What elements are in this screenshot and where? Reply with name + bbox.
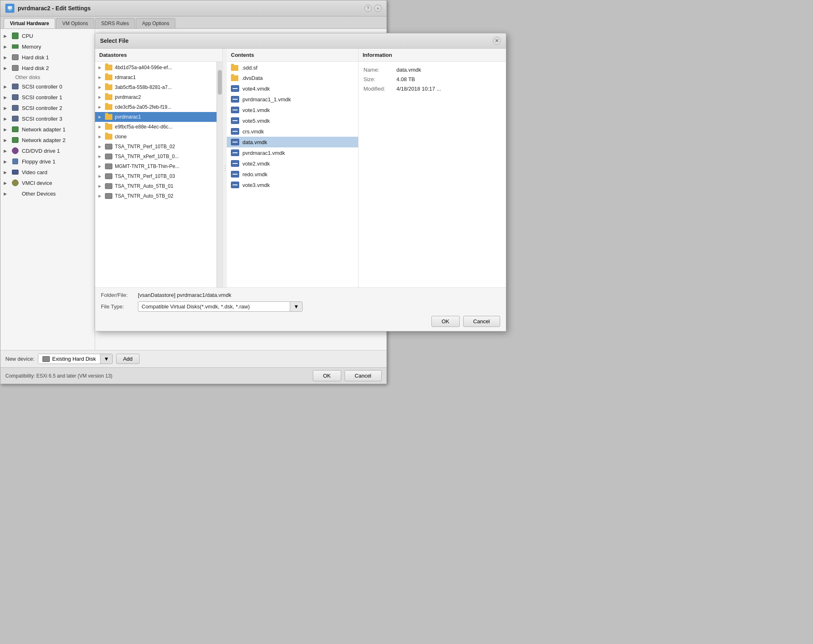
- ds-item-1[interactable]: ▶ 4bd1d75a-a404-596e-ef...: [95, 63, 217, 72]
- expand-arrow-net2: ▶: [4, 138, 9, 142]
- sidebar-item-video[interactable]: ▶ Video card: [0, 167, 95, 177]
- filetype-dropdown[interactable]: ▼: [290, 302, 302, 311]
- ds-item-8[interactable]: ▶ clone: [95, 132, 217, 142]
- help-button[interactable]: ?: [364, 5, 372, 12]
- ds-arrow-9: ▶: [98, 145, 102, 149]
- content-item-vote3[interactable]: vote3.vmdk: [227, 180, 358, 190]
- content-item-vote2[interactable]: vote2.vmdk: [227, 158, 358, 169]
- add-button[interactable]: Add: [116, 354, 140, 364]
- ds-label-7: e9fbcf5a-e88e-44ec-d6c...: [115, 124, 172, 130]
- contents-list[interactable]: .sdd.sf .dvsData vote4.vmdk pvrdmarac1_1…: [227, 62, 358, 287]
- ds-label-2: rdmarac1: [115, 75, 136, 80]
- content-item-vote1[interactable]: vote1.vmdk: [227, 105, 358, 115]
- folder-icon-2: [105, 75, 112, 80]
- info-size-label: Size:: [363, 76, 396, 82]
- vmdk-icon-10: [231, 182, 239, 188]
- dialog-close-button[interactable]: ✕: [493, 37, 501, 45]
- datastores-scrollbar[interactable]: [217, 62, 222, 287]
- ds-item-3[interactable]: ▶ 3ab5cf5a-558b-8281-a7...: [95, 82, 217, 92]
- content-label-5: vote1.vmdk: [242, 107, 270, 113]
- dialog-cancel-button[interactable]: Cancel: [463, 316, 500, 327]
- expand-arrow-video: ▶: [4, 170, 9, 175]
- content-item-pvrd[interactable]: pvrdmarac1.vmdk: [227, 147, 358, 158]
- ds-item-5[interactable]: ▶ cde3cf5a-2a05-2feb-f19...: [95, 102, 217, 112]
- sidebar-item-label-cpu: CPU: [22, 33, 33, 39]
- content-item-vote4[interactable]: vote4.vmdk: [227, 83, 358, 94]
- sidebar-item-hard-disk-2[interactable]: ▶ Hard disk 2: [0, 63, 95, 73]
- ds-item-12[interactable]: ▶ TSA_TNTR_Perf_10TB_03: [95, 171, 217, 181]
- ds-arrow-14: ▶: [98, 194, 102, 198]
- main-ok-button[interactable]: OK: [313, 370, 341, 381]
- sidebar-item-scsi-0[interactable]: ▶ SCSI controller 0: [0, 81, 95, 92]
- info-table: Name: data.vmdk Size: 4.08 TB Modified: …: [359, 62, 506, 100]
- vmdk-icon-2: [231, 96, 239, 103]
- sidebar-item-cdrom[interactable]: ▶ CD/DVD drive 1: [0, 145, 95, 156]
- sidebar-item-scsi-3[interactable]: ▶ SCSI controller 3: [0, 113, 95, 124]
- sidebar-item-floppy[interactable]: ▶ Floppy drive 1: [0, 156, 95, 167]
- ds-item-14[interactable]: ▶ TSA_TNTR_Auto_5TB_02: [95, 191, 217, 201]
- ds-item-4[interactable]: ▶ pvrdmarac2: [95, 92, 217, 102]
- expand-arrow-hd2: ▶: [4, 66, 9, 70]
- expand-arrow-scsi0: ▶: [4, 84, 9, 89]
- content-label-7: crs.vmdk: [242, 128, 264, 135]
- ds-label-9: TSA_TNTR_Perf_10TB_02: [115, 144, 175, 149]
- svg-rect-2: [9, 9, 11, 10]
- filetype-select[interactable]: Compatible Virtual Disks(*.vmdk, *.dsk, …: [138, 301, 303, 312]
- sidebar-item-net-1[interactable]: ▶ Network adapter 1: [0, 124, 95, 135]
- sidebar-item-hard-disk-1[interactable]: ▶ Hard disk 1: [0, 52, 95, 63]
- content-item-vote5[interactable]: vote5.vmdk: [227, 115, 358, 126]
- sidebar-item-label-memory: Memory: [22, 44, 41, 50]
- datastores-list[interactable]: ▶ 4bd1d75a-a404-596e-ef... ▶ rdmarac1 ▶: [95, 62, 217, 287]
- sidebar-item-net-2[interactable]: ▶ Network adapter 2: [0, 135, 95, 145]
- contents-column: Contents .sdd.sf .dvsData vote4.vmdk: [227, 49, 359, 287]
- content-label-6: vote5.vmdk: [242, 118, 270, 124]
- ds-label-5: cde3cf5a-2a05-2feb-f19...: [115, 104, 171, 110]
- sidebar-item-vmci[interactable]: ▶ VMCI device: [0, 177, 95, 188]
- maximize-button[interactable]: »: [374, 5, 382, 12]
- content-item-pvrd1[interactable]: pvrdmarac1_1.vmdk: [227, 94, 358, 105]
- ds-label-1: 4bd1d75a-a404-596e-ef...: [115, 65, 172, 70]
- sidebar-item-other-devices[interactable]: ▶ Other Devices: [0, 188, 95, 199]
- ds-item-6[interactable]: ▶ pvrdmarac1: [95, 112, 217, 122]
- column-divider[interactable]: ⋮: [223, 49, 227, 287]
- ds-item-2[interactable]: ▶ rdmarac1: [95, 72, 217, 82]
- compat-text: Compatibility: ESXi 6.5 and later (VM ve…: [5, 373, 112, 379]
- ds-item-9[interactable]: ▶ TSA_TNTR_Perf_10TB_02: [95, 142, 217, 152]
- content-item-crs[interactable]: crs.vmdk: [227, 126, 358, 137]
- content-label-2: .dvsData: [242, 75, 263, 81]
- dialog-ok-button[interactable]: OK: [431, 316, 460, 327]
- device-select-wrap: Existing Hard Disk ▼: [38, 354, 113, 364]
- tab-vm-options[interactable]: VM Options: [56, 18, 94, 28]
- content-item-sdd[interactable]: .sdd.sf: [227, 63, 358, 73]
- content-item-redo[interactable]: redo.vmdk: [227, 169, 358, 180]
- expand-arrow-net1: ▶: [4, 127, 9, 132]
- content-item-dvs[interactable]: .dvsData: [227, 73, 358, 83]
- ds-arrow-7: ▶: [98, 125, 102, 129]
- sidebar-item-label-cdrom: CD/DVD drive 1: [22, 148, 60, 154]
- sidebar-item-cpu[interactable]: ▶ CPU: [0, 30, 95, 41]
- content-item-data[interactable]: data.vmdk: [227, 137, 358, 147]
- ds-item-11[interactable]: ▶ MGMT-TNTR_1TB-Thin-Pe...: [95, 161, 217, 171]
- ds-item-7[interactable]: ▶ e9fbcf5a-e88e-44ec-d6c...: [95, 122, 217, 132]
- tab-app-options[interactable]: App Options: [136, 18, 175, 28]
- device-select-dropdown[interactable]: ▼: [100, 354, 112, 364]
- tab-sdrs-rules[interactable]: SDRS Rules: [95, 18, 135, 28]
- sidebar-item-memory[interactable]: ▶ Memory: [0, 41, 95, 52]
- sidebar-item-scsi-1[interactable]: ▶ SCSI controller 1: [0, 92, 95, 103]
- folder-icon-8: [105, 134, 112, 140]
- dialog-body: Datastores ▶ 4bd1d75a-a404-596e-ef... ▶ …: [95, 49, 506, 287]
- ds-item-13[interactable]: ▶ TSA_TNTR_Auto_5TB_01: [95, 181, 217, 191]
- info-column: Information Name: data.vmdk Size: 4.08 T…: [359, 49, 506, 287]
- folder-icon-6: [105, 114, 112, 120]
- sidebar-item-label-net1: Network adapter 1: [22, 126, 65, 133]
- content-label-10: vote2.vmdk: [242, 161, 270, 167]
- sidebar-item-scsi-2[interactable]: ▶ SCSI controller 2: [0, 103, 95, 113]
- ds-label-10: TSA_TNTR_xPerf_10TB_0...: [115, 154, 179, 159]
- tab-virtual-hardware[interactable]: Virtual Hardware: [4, 18, 55, 28]
- other-icon: [11, 190, 19, 197]
- expand-arrow-scsi2: ▶: [4, 106, 9, 110]
- ds-item-10[interactable]: ▶ TSA_TNTR_xPerf_10TB_0...: [95, 152, 217, 161]
- new-device-label: New device:: [5, 356, 35, 362]
- device-select-value: Existing Hard Disk: [52, 356, 96, 362]
- main-cancel-button[interactable]: Cancel: [345, 370, 382, 381]
